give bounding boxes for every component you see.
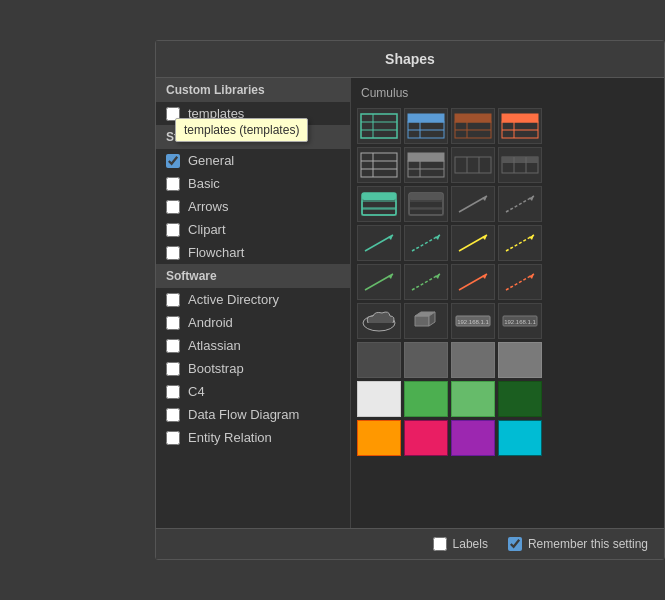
shape-cell[interactable] — [357, 303, 401, 339]
shape-cell[interactable] — [404, 264, 448, 300]
shape-cell arrow-item[interactable] — [451, 186, 495, 222]
dialog-header: Shapes — [156, 41, 664, 78]
checkbox-atlassian[interactable] — [166, 339, 180, 353]
svg-rect-32 — [362, 193, 396, 200]
svg-text:192.168.1.1: 192.168.1.1 — [504, 319, 536, 325]
tooltip: templates (templates) — [175, 118, 308, 142]
shape-cell[interactable] — [357, 108, 401, 144]
lib-item-flowchart[interactable]: Flowchart — [156, 241, 350, 264]
label-bootstrap: Bootstrap — [188, 361, 244, 376]
svg-rect-28 — [502, 157, 538, 163]
swatch-bright-4[interactable] — [498, 420, 542, 456]
shape-cell[interactable] — [451, 264, 495, 300]
swatch-light-4[interactable] — [498, 381, 542, 417]
swatch-grid-dark — [357, 342, 658, 378]
checkbox-arrows[interactable] — [166, 200, 180, 214]
label-active-directory: Active Directory — [188, 292, 279, 307]
checkbox-android[interactable] — [166, 316, 180, 330]
checkbox-general[interactable] — [166, 154, 180, 168]
swatch-light-1[interactable] — [357, 381, 401, 417]
svg-rect-33 — [362, 201, 396, 208]
lib-item-clipart[interactable]: Clipart — [156, 218, 350, 241]
label-android: Android — [188, 315, 233, 330]
checkbox-basic[interactable] — [166, 177, 180, 191]
svg-rect-8 — [455, 114, 491, 122]
swatch-dark-1[interactable] — [357, 342, 401, 378]
svg-rect-4 — [408, 114, 444, 122]
lib-item-bootstrap[interactable]: Bootstrap — [156, 357, 350, 380]
lib-item-arrows[interactable]: Arrows — [156, 195, 350, 218]
swatch-dark-3[interactable] — [451, 342, 495, 378]
checkbox-clipart[interactable] — [166, 223, 180, 237]
swatch-bright-1[interactable] — [357, 420, 401, 456]
dialog-title: Shapes — [385, 51, 435, 67]
checkbox-entity-relation[interactable] — [166, 431, 180, 445]
svg-rect-0 — [361, 114, 397, 138]
shape-cell[interactable] — [357, 225, 401, 261]
swatch-light-2[interactable] — [404, 381, 448, 417]
lib-item-active-directory[interactable]: Active Directory — [156, 288, 350, 311]
shape-cell[interactable] — [404, 225, 448, 261]
lib-item-general[interactable]: General — [156, 149, 350, 172]
lib-item-data-flow[interactable]: Data Flow Diagram — [156, 403, 350, 426]
lib-item-android[interactable]: Android — [156, 311, 350, 334]
lib-item-basic[interactable]: Basic — [156, 172, 350, 195]
shape-cell[interactable] — [357, 147, 401, 183]
lib-item-c4[interactable]: C4 — [156, 380, 350, 403]
shape-cell[interactable] — [404, 303, 448, 339]
label-flowchart: Flowchart — [188, 245, 244, 260]
dialog-body: Custom Libraries templates Sta... Genera… — [156, 78, 664, 528]
lib-item-atlassian[interactable]: Atlassian — [156, 334, 350, 357]
shapes-row-5 — [357, 264, 658, 300]
shapes-row-2 — [357, 147, 658, 183]
shape-cell[interactable] — [404, 108, 448, 144]
right-panel: Cumulus — [351, 78, 664, 528]
svg-rect-12 — [502, 114, 538, 122]
svg-rect-38 — [409, 209, 443, 215]
svg-marker-42 — [529, 196, 534, 201]
shape-cell[interactable] — [498, 225, 542, 261]
swatch-light-3[interactable] — [451, 381, 495, 417]
shape-cell[interactable] — [498, 147, 542, 183]
swatch-dark-4[interactable] — [498, 342, 542, 378]
shape-cell[interactable] — [451, 108, 495, 144]
label-atlassian: Atlassian — [188, 338, 241, 353]
remember-item: Remember this setting — [508, 537, 648, 551]
swatch-bright-2[interactable] — [404, 420, 448, 456]
svg-rect-20 — [408, 153, 444, 161]
shape-cell[interactable] — [451, 225, 495, 261]
shape-cell[interactable]: 192.168.1.1 — [498, 303, 542, 339]
shape-cell[interactable]: 192.168.1.1 — [451, 303, 495, 339]
swatch-bright-3[interactable] — [451, 420, 495, 456]
labels-label: Labels — [453, 537, 488, 551]
shape-cell[interactable] — [498, 264, 542, 300]
labels-item: Labels — [433, 537, 488, 551]
label-arrows: Arrows — [188, 199, 228, 214]
checkbox-bootstrap[interactable] — [166, 362, 180, 376]
custom-libraries-header: Custom Libraries — [156, 78, 350, 102]
lib-item-entity-relation[interactable]: Entity Relation — [156, 426, 350, 449]
checkbox-labels[interactable] — [433, 537, 447, 551]
svg-rect-24 — [455, 157, 491, 173]
shapes-row-6: 192.168.1.1 192.168.1.1 — [357, 303, 658, 339]
checkbox-flowchart[interactable] — [166, 246, 180, 260]
shape-cell[interactable] — [498, 108, 542, 144]
checkbox-remember[interactable] — [508, 537, 522, 551]
swatch-grid-light — [357, 381, 658, 417]
checkbox-active-directory[interactable] — [166, 293, 180, 307]
shape-cell[interactable] — [357, 264, 401, 300]
swatch-dark-2[interactable] — [404, 342, 448, 378]
shape-cell[interactable] — [404, 186, 448, 222]
cumulus-label: Cumulus — [357, 84, 658, 102]
label-entity-relation: Entity Relation — [188, 430, 272, 445]
checkbox-data-flow[interactable] — [166, 408, 180, 422]
shape-cell[interactable] — [357, 186, 401, 222]
shape-cell arrow-item[interactable] — [498, 186, 542, 222]
checkbox-c4[interactable] — [166, 385, 180, 399]
svg-marker-54 — [435, 274, 440, 279]
shape-cell[interactable] — [404, 147, 448, 183]
shape-cell[interactable] — [451, 147, 495, 183]
svg-marker-60 — [415, 316, 429, 326]
svg-rect-16 — [361, 153, 397, 177]
label-basic: Basic — [188, 176, 220, 191]
